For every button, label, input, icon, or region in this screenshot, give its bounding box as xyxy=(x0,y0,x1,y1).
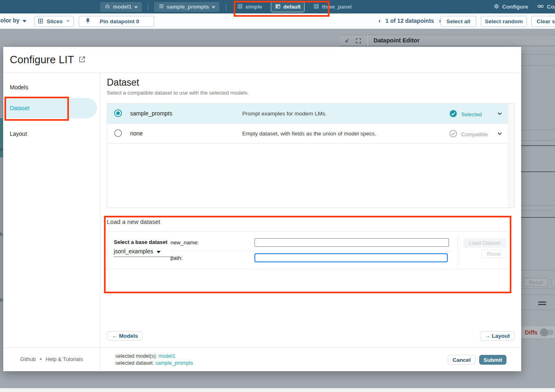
configure-lit-dialog: Configure LIT Models Dataset Layout Data… xyxy=(3,47,521,371)
slices-button[interactable]: Slices xyxy=(34,16,74,27)
select-all-button[interactable]: Select all xyxy=(440,16,476,27)
dataset-name: sample_prompts xyxy=(130,110,172,117)
sidebar-divider xyxy=(100,73,100,371)
open-in-new-icon[interactable] xyxy=(78,53,86,66)
drag-handle-icon[interactable] xyxy=(538,301,546,306)
pin-label: Pin datapoint 0 xyxy=(91,18,148,24)
toolbar-divider xyxy=(226,3,226,11)
selected-model-link[interactable]: model1 xyxy=(159,353,175,359)
header-divider xyxy=(3,73,521,73)
pin-datapoint-button[interactable]: Pin datapoint 0 xyxy=(79,16,154,27)
path-input[interactable] xyxy=(254,253,448,262)
backdrop-divider xyxy=(521,288,555,289)
caret-down-icon xyxy=(134,4,138,10)
new-name-input[interactable] xyxy=(254,238,449,247)
clear-selection-button[interactable]: Clear se xyxy=(531,16,555,27)
sidebar-item-dataset[interactable]: Dataset xyxy=(3,98,97,118)
dialog-title: Configure LIT xyxy=(10,53,74,66)
dataset-name: none xyxy=(130,130,143,137)
github-link[interactable]: Github xyxy=(20,356,36,362)
backdrop-divider xyxy=(521,140,555,141)
footer-links: Github • Help & Tutorials xyxy=(3,356,100,362)
load-dataset-form: Select a base dataset jsonl_examples new… xyxy=(107,231,509,269)
sidebar-item-label: Dataset xyxy=(10,105,29,111)
chevron-down-icon[interactable] xyxy=(496,130,503,139)
check-circle-outline-icon xyxy=(449,129,458,139)
prev-datapoint-arrow[interactable]: ‹ xyxy=(378,17,380,24)
base-dataset-value: jsonl_examples xyxy=(114,248,153,255)
selected-model-line: selected model(s): model1 xyxy=(115,353,175,359)
chevron-down-icon[interactable] xyxy=(496,110,503,119)
radio-selected-icon[interactable] xyxy=(114,109,122,117)
selected-dataset-label: selected dataset: xyxy=(115,360,154,366)
selection-toolbar: Color by Slices Pin datapoint 0 ‹ 1 of 1… xyxy=(0,13,555,29)
status-badge: Selected xyxy=(449,109,482,119)
color-by-dropdown[interactable]: Color by xyxy=(0,17,27,24)
diffs-toolbar: Diffs xyxy=(521,326,555,339)
caret-down-icon xyxy=(212,4,215,10)
copy-link-button[interactable]: Copy xyxy=(537,3,555,11)
backdrop-divider xyxy=(521,65,555,66)
fullscreen-icon[interactable] xyxy=(355,38,362,44)
path-label: path: xyxy=(170,255,183,261)
dataset-selector-button[interactable]: sample_prompts xyxy=(154,2,219,12)
page-title: Dataset xyxy=(107,77,139,88)
backdrop-divider xyxy=(521,205,555,206)
clipped-text-fragment: tu xyxy=(0,231,3,237)
backdrop-divider xyxy=(521,295,555,295)
prev-step-models-button[interactable]: ← Models xyxy=(107,331,143,341)
select-random-label: Select random xyxy=(485,18,523,24)
slices-label: Slices xyxy=(46,18,62,24)
clear-selection-label: Clear se xyxy=(537,18,555,24)
datapoint-pagination: ‹ 1 of 12 datapoints › xyxy=(378,17,441,24)
diffs-toggle[interactable] xyxy=(540,330,554,335)
backdrop-divider xyxy=(521,54,555,55)
next-step-layout-button[interactable]: → Layout xyxy=(480,331,515,341)
tab-label: three_panel xyxy=(322,4,352,10)
dataset-selector-label: sample_prompts xyxy=(167,4,209,10)
dataset-row-sample-prompts[interactable]: sample_prompts Prompt examples for moder… xyxy=(107,104,508,124)
dataset-description: Empty dataset, with fields as the union … xyxy=(242,131,376,137)
lit-app: Datapoint Editor Reset Diffs o tu la xyxy=(0,0,555,392)
configure-label: Configure xyxy=(502,4,528,10)
panel-title: Datapoint Editor xyxy=(374,37,420,44)
base-dataset-select[interactable]: jsonl_examples xyxy=(114,248,174,257)
load-dataset-button[interactable]: Load Dataset xyxy=(464,238,506,248)
layout-tab-simple[interactable]: simple xyxy=(233,2,266,12)
minimize-icon[interactable] xyxy=(344,38,350,44)
select-all-label: Select all xyxy=(447,18,471,24)
background-button-partial[interactable] xyxy=(551,278,555,287)
list-icon xyxy=(158,3,164,11)
color-by-label: Color by xyxy=(0,17,20,24)
scrollbar[interactable] xyxy=(508,104,514,208)
new-name-label: new_name: xyxy=(170,239,199,246)
layout-icon xyxy=(275,3,281,11)
bottom-strip xyxy=(0,388,555,392)
background-reset-button[interactable]: Reset xyxy=(524,278,548,287)
link-icon xyxy=(537,3,544,11)
datapoint-editor-header: Datapoint Editor xyxy=(339,35,555,46)
toggle-knob xyxy=(540,328,548,337)
backdrop-divider xyxy=(521,145,555,146)
radio-unselected-icon[interactable] xyxy=(114,129,122,137)
panel-divider xyxy=(367,35,368,46)
submit-button[interactable]: Submit xyxy=(479,355,506,365)
dataset-row-none[interactable]: none Empty dataset, with fields as the u… xyxy=(107,124,508,144)
dialog-title-row: Configure LIT xyxy=(10,53,86,66)
layout-tab-three-panel[interactable]: three_panel xyxy=(309,2,356,12)
pin-icon xyxy=(85,18,91,25)
pagination-label: 1 of 12 datapoints xyxy=(385,18,434,24)
sidebar-item-layout[interactable]: Layout xyxy=(10,131,27,137)
select-random-button[interactable]: Select random xyxy=(481,16,527,27)
configure-button[interactable]: Configure xyxy=(493,3,528,11)
sidebar-item-models[interactable]: Models xyxy=(10,84,28,91)
help-tutorials-link[interactable]: Help & Tutorials xyxy=(46,356,83,362)
model-selector-button[interactable]: model1 xyxy=(100,2,142,12)
chevron-down-icon xyxy=(66,18,71,24)
layout-tab-default[interactable]: default xyxy=(271,2,305,12)
base-dataset-label: Select a base dataset xyxy=(114,239,168,245)
cancel-button[interactable]: Cancel xyxy=(448,355,475,365)
reset-button[interactable]: Reset xyxy=(482,250,506,258)
dataset-description: Prompt examples for modern LMs. xyxy=(242,111,327,117)
selected-dataset-link[interactable]: sample_prompts xyxy=(155,360,193,366)
